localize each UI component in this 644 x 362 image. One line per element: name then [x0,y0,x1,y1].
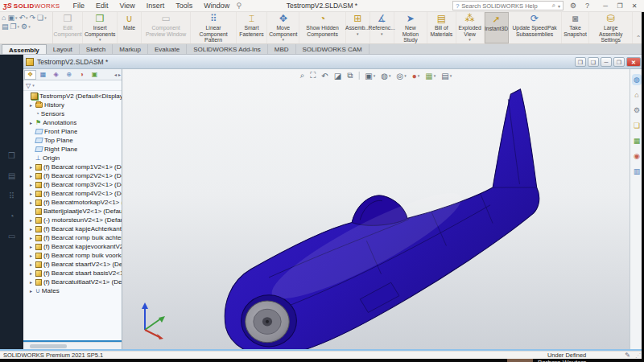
expand-icon[interactable]: ▸ [30,270,35,276]
expand-icon[interactable]: ▸ [30,102,35,108]
tree-item[interactable]: ▸(-) motorsteunV2<1> (Default<< [23,216,122,224]
tree-item[interactable]: ▸(f) Bearcat staartV2<1> (Default< [23,260,122,269]
display-style-icon-dropdown[interactable]: ▾ [389,73,391,78]
menu-tools[interactable]: Tools [171,1,197,10]
taskbar-app-icon-2[interactable]: ▤ [8,171,15,180]
large-assembly-settings-button[interactable]: ⛁Large Assembly Settings [589,12,633,43]
custom-properties-icon[interactable]: ▥ [634,167,641,175]
cam-tree-tab[interactable]: ▣ [89,70,101,80]
view-settings-icon-dropdown[interactable]: ▾ [450,73,452,78]
undo-icon-dropdown[interactable]: ▾ [26,15,28,20]
expand-icon[interactable]: ▸ [30,279,35,285]
doc-close-button[interactable]: ✕ [626,57,641,67]
configurationmanager-tab[interactable]: ◈ [50,70,62,80]
dynamic-annotation-views-icon[interactable]: ⧉ [347,71,353,80]
menu-view[interactable]: View [114,1,139,10]
new-document-icon-dropdown[interactable]: ▾ [44,15,47,20]
show-hidden-components-button[interactable]: ◔Show Hidden Components [299,12,345,43]
expand-icon[interactable]: ▸ [30,288,35,294]
doc-restore-button[interactable]: ❐ [613,57,625,67]
filter-dropdown-icon[interactable]: ▾ [32,83,35,88]
update-speedpak-subassemblies-button[interactable]: ⟳Update SpeedPak Subassemblies [509,12,562,43]
minimize-button[interactable]: ─ [599,2,612,10]
redo-icon[interactable]: ↷ [30,14,36,22]
tree-item[interactable]: ▸(f) Bearcat staart basisV2<1> (De [23,269,122,278]
graphics-viewport[interactable]: ⌕⛶↶◪⧉▣▾◍▾◎▾●▾▦▾▤▾ [122,69,630,349]
expand-icon[interactable]: ▸ [30,120,35,125]
undo-icon[interactable]: ↶▾ [19,14,27,22]
search-dropdown-icon[interactable]: ▾ [558,3,560,9]
tree-item[interactable]: ⊥Origin [23,154,122,162]
expand-icon[interactable]: ▸ [30,182,35,187]
resize-grip-icon[interactable]: ⋰ [635,352,641,359]
linear-component-pattern-button[interactable]: ⠿Linear Component Pattern▾ [191,12,237,43]
tree-item[interactable]: ▸(f) Bearcat romp1V2<1> (Default [23,162,122,171]
dimxpertmanager-tab[interactable]: ⊕ [63,70,75,80]
tree-horizontal-scrollbar[interactable] [23,342,122,349]
propertymanager-tab[interactable]: ▦ [37,70,49,80]
toolbox-icon[interactable]: ⚙ [634,106,640,114]
tree-item[interactable]: ▸(f) Bearcat romp2V2<1> (Default [23,171,122,180]
tree-item[interactable]: ▸⚑Annotations [23,118,122,127]
tree-item[interactable]: ▸(f) Bearcat romp buik achterkantV [23,233,122,242]
doc-window-button-1[interactable]: ❐ [575,57,586,67]
options-gear-icon[interactable]: ⚙ [568,2,579,10]
exploded-view-button[interactable]: ⁂Exploded View▾ [456,12,485,43]
tree-item[interactable]: BatterijplaatjeV2<1> (Default<<I [23,207,122,216]
instant3d-button[interactable]: ➚Instant3D [485,12,509,43]
tree-root-item[interactable]: TestrompV2 (Default<Display State- [23,92,122,101]
zoom-to-fit-icon[interactable]: ⌕ [300,71,305,80]
open-icon[interactable]: ❐▾ [10,23,20,31]
hide-show-items-icon-dropdown[interactable]: ▾ [404,73,407,78]
taskbar-app-icon-5[interactable]: ▭ [8,232,15,241]
filter-funnel-icon[interactable]: ▽ [26,82,31,89]
view-orientation-icon-dropdown[interactable]: ▾ [374,73,376,78]
dropdown-icon[interactable]: ▾ [469,37,471,42]
tree-item[interactable]: Right Plane [23,145,122,154]
taskbar-app-icon-4[interactable]: ◔ [9,212,14,220]
tree-item[interactable]: ▸History [23,101,122,109]
dropdown-icon[interactable]: ▾ [381,31,383,36]
doc-minimize-button[interactable]: ─ [601,57,612,67]
home-icon[interactable]: ⌂ [2,14,6,22]
tree-item[interactable]: Top Plane [23,136,122,145]
menu-edit[interactable]: Edit [91,1,114,10]
tab-markup[interactable]: Markup [113,44,148,54]
dropdown-icon[interactable]: ▾ [99,37,101,42]
expand-icon[interactable]: ▸ [30,244,35,249]
search-input[interactable] [461,2,549,10]
scroll-right-icon[interactable]: ▸ [118,72,121,77]
tab-sketch[interactable]: Sketch [80,44,113,54]
tab-mbd[interactable]: MBD [268,44,296,54]
tab-layout[interactable]: Layout [47,44,80,54]
solidworks-resources-icon[interactable]: ◍ [634,76,640,84]
apply-scene-icon[interactable]: ▦▾ [425,72,436,80]
hide-show-items-icon[interactable]: ◎▾ [397,72,407,80]
menu-insert[interactable]: Insert [142,1,170,10]
open-icon-dropdown[interactable]: ▾ [18,24,20,29]
save-icon-dropdown[interactable]: ▾ [15,15,18,20]
tab-evaluate[interactable]: Evaluate [148,44,187,54]
status-edit-icon[interactable]: ✎ [625,352,630,359]
view-settings-icon[interactable]: ▤▾ [441,72,452,80]
scrollbar-thumb[interactable] [30,344,67,348]
new-motion-study-button[interactable]: ➤New Motion Study [394,12,427,43]
pin-menu-icon[interactable]: ⚲ [236,2,242,10]
view-palette-icon[interactable]: ▦ [634,137,641,145]
appearances-scenes-icon[interactable]: ◉ [634,152,640,160]
expand-icon[interactable]: ▸ [30,173,35,179]
expand-icon[interactable]: ▸ [30,235,35,241]
display-style-icon[interactable]: ◍▾ [381,72,390,80]
taskbar-app-icon-1[interactable]: ❒ [8,151,15,160]
doc-window-button-2[interactable]: ❏ [588,57,599,67]
help-search-box[interactable]: ? ⌕ ▾ [452,1,564,10]
menu-file[interactable]: File [68,1,89,10]
tab-assembly[interactable]: Assembly [2,44,47,54]
tree-item[interactable]: ▸(f) BearcatmotorkapV2<1> (Defa [23,198,122,207]
design-library-icon[interactable]: ⌂ [634,91,638,99]
smart-fasteners-button[interactable]: ⌶Smart Fasteners [237,12,267,43]
mate-button[interactable]: ∪Mate [118,12,142,43]
edit-appearance-icon[interactable]: ●▾ [412,72,420,80]
tree-item[interactable]: ◔Sensors [23,109,122,118]
expand-icon[interactable]: ▸ [30,191,35,196]
